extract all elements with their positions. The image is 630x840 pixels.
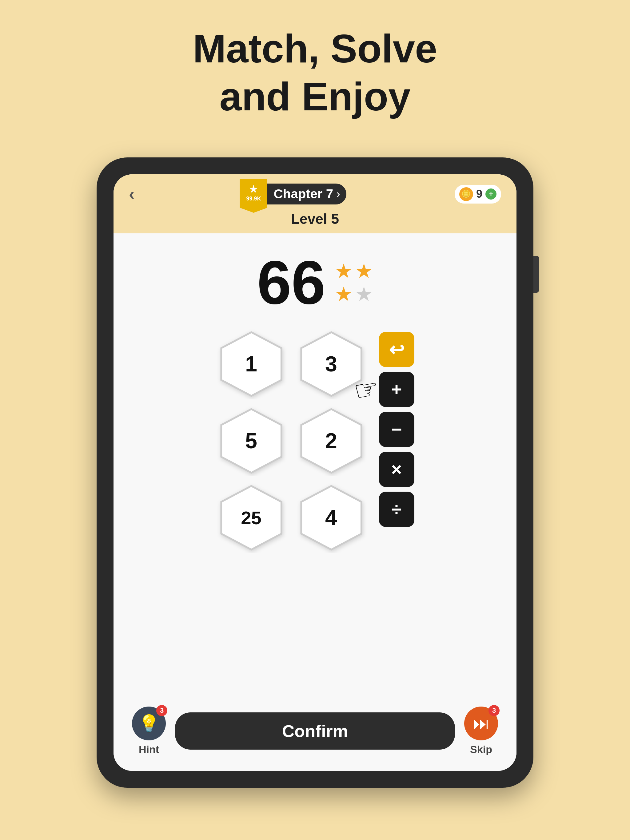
star-3: ★ [335,283,353,306]
tablet-screen: ‹ ★ 99.9K Chapter 7 › 🪙 9 + Level 5 [114,174,516,771]
level-label: Level 5 [291,211,339,227]
hex-25[interactable]: 25 [216,482,287,553]
chapter-badge[interactable]: ★ 99.9K Chapter 7 › [243,183,346,204]
hex-1[interactable]: 1 [216,329,287,399]
hex-4[interactable]: 4 [296,482,367,553]
star-count: 99.9K [246,196,261,202]
target-number: 66 [257,252,326,313]
hex-row-2: 5 2 [216,406,367,476]
hex-25-value: 25 [241,507,261,529]
hex-5-value: 5 [245,429,257,453]
hex-5[interactable]: 5 [216,406,287,476]
puzzle-section: 1 3 ☞ [216,329,414,553]
skip-label: Skip [470,744,492,755]
hex-3[interactable]: 3 ☞ [296,329,367,399]
hint-badge: 3 [156,705,167,716]
page-title: Match, Solve and Enjoy [193,25,437,120]
operators-panel: ↩ + − × ÷ [379,332,414,527]
chapter-arrow-icon: › [336,188,340,201]
tablet-device: ‹ ★ 99.9K Chapter 7 › 🪙 9 + Level 5 [97,158,533,788]
undo-button[interactable]: ↩ [379,332,414,367]
add-coins-button[interactable]: + [486,188,497,199]
skip-badge: 3 [489,705,500,716]
coins-container: 🪙 9 + [455,185,501,204]
coin-icon: 🪙 [459,187,473,201]
hint-button[interactable]: 💡 3 Hint [132,707,166,755]
target-row: 66 ★ ★ ★ ★ [257,252,373,313]
star-icon: ★ [249,183,258,196]
hex-2[interactable]: 2 [296,406,367,476]
hint-label: Hint [139,744,159,755]
game-area: 66 ★ ★ ★ ★ [114,234,516,697]
game-header: ‹ ★ 99.9K Chapter 7 › 🪙 9 + Level 5 [114,174,516,234]
stars-container: ★ ★ ★ ★ [335,259,373,306]
confirm-button[interactable]: Confirm [175,712,455,750]
hex-row-3: 25 4 [216,482,367,553]
skip-button[interactable]: ⏭ 3 Skip [464,707,498,755]
star-banner: ★ 99.9K [240,179,268,213]
hex-4-value: 4 [325,505,337,530]
skip-icon: ⏭ [473,714,490,733]
star-4: ★ [355,283,373,306]
star-2: ★ [355,259,373,283]
multiply-operator-button[interactable]: × [379,452,414,487]
hex-3-value: 3 [325,352,337,376]
chapter-label: Chapter 7 [274,186,333,201]
star-1: ★ [335,259,353,283]
back-button[interactable]: ‹ [129,184,135,204]
hex-1-value: 1 [245,352,257,376]
lightbulb-icon: 💡 [138,714,160,734]
skip-icon-wrap: ⏭ 3 [464,707,498,741]
hex-row-1: 1 3 ☞ [216,329,367,399]
add-operator-button[interactable]: + [379,372,414,407]
bottom-bar: 💡 3 Hint Confirm ⏭ 3 Skip [114,697,516,771]
hex-2-value: 2 [325,429,337,453]
subtract-operator-button[interactable]: − [379,412,414,447]
hint-icon-wrap: 💡 3 [132,707,166,741]
coin-count: 9 [476,188,482,201]
hex-grid: 1 3 ☞ [216,329,367,553]
divide-operator-button[interactable]: ÷ [379,492,414,527]
